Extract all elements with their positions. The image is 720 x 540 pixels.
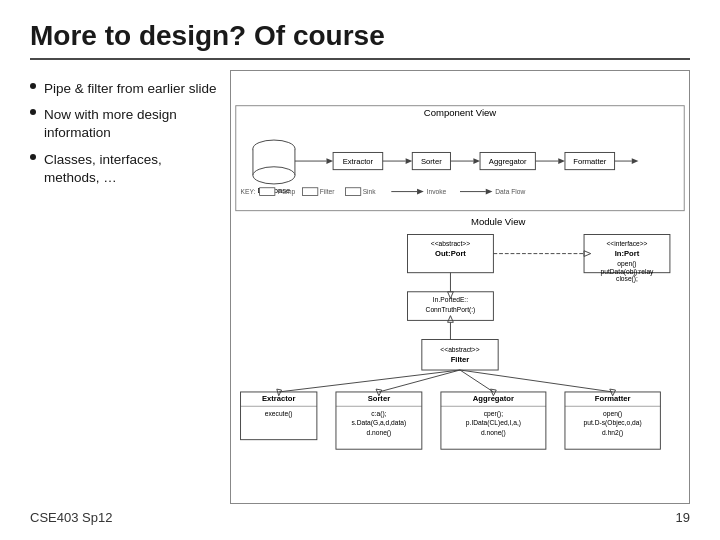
slide-content: Pipe & filter from earlier slide Now wit…	[30, 70, 690, 504]
svg-marker-21	[558, 158, 565, 164]
svg-point-6	[253, 167, 295, 184]
svg-marker-17	[473, 158, 480, 164]
svg-marker-9	[326, 158, 333, 164]
svg-rect-27	[260, 188, 275, 196]
bullet-text-2: Now with more design information	[44, 106, 220, 142]
svg-text:put.D-s(Objec,o,da): put.D-s(Objec,o,da)	[584, 419, 642, 427]
svg-text:Formatter: Formatter	[573, 157, 607, 166]
svg-rect-31	[346, 188, 361, 196]
svg-marker-25	[632, 158, 639, 164]
bullet-item-3: Classes, interfaces, methods, …	[30, 151, 220, 187]
svg-line-87	[460, 370, 493, 392]
svg-text:In:Port: In:Port	[615, 249, 640, 258]
bullet-text-3: Classes, interfaces, methods, …	[44, 151, 220, 187]
footer-left: CSE403 Sp12	[30, 510, 112, 525]
svg-line-83	[279, 370, 460, 392]
svg-text:KEY:: KEY:	[241, 188, 256, 195]
svg-text:Module View: Module View	[471, 216, 526, 227]
svg-text:Filter: Filter	[320, 188, 336, 195]
svg-marker-37	[486, 189, 493, 195]
svg-text:Filter: Filter	[451, 355, 470, 364]
svg-text:<<abstract>>: <<abstract>>	[440, 346, 479, 353]
svg-text:d.hn2(): d.hn2()	[602, 429, 623, 437]
svg-text:Aggregator: Aggregator	[489, 157, 527, 166]
svg-marker-34	[417, 189, 424, 195]
svg-text:d.none(): d.none()	[366, 429, 391, 437]
bullet-item-1: Pipe & filter from earlier slide	[30, 80, 220, 98]
slide-container: More to design? Of course Pipe & filter …	[0, 0, 720, 540]
svg-text:d.none(): d.none()	[481, 429, 506, 437]
bullet-text-1: Pipe & filter from earlier slide	[44, 80, 217, 98]
bullet-item-2: Now with more design information	[30, 106, 220, 142]
svg-text:Data Flow: Data Flow	[495, 188, 525, 195]
svg-text:close();: close();	[616, 275, 638, 283]
svg-line-85	[379, 370, 460, 392]
svg-text:Invoke: Invoke	[427, 188, 447, 195]
svg-text:open(): open()	[603, 410, 622, 418]
footer-right: 19	[676, 510, 690, 525]
svg-text:c:a();: c:a();	[371, 410, 386, 418]
slide-title: More to design? Of course	[30, 20, 690, 52]
svg-text:execute(): execute()	[265, 410, 293, 418]
svg-text:Sink: Sink	[363, 188, 377, 195]
svg-text:<<abstract>>: <<abstract>>	[431, 240, 470, 247]
diagram-section: Component View Database Extractor	[230, 70, 690, 504]
svg-text:cper();: cper();	[484, 410, 503, 418]
svg-text:<<interface>>: <<interface>>	[606, 240, 647, 247]
svg-text:Component View: Component View	[424, 107, 497, 118]
svg-line-89	[460, 370, 613, 392]
svg-text:Extractor: Extractor	[343, 157, 374, 166]
svg-text:Pump: Pump	[278, 188, 296, 196]
diagram-svg: Component View Database Extractor	[231, 71, 689, 503]
svg-text:Sorter: Sorter	[421, 157, 442, 166]
svg-text:ConnTruthPort(:): ConnTruthPort(:)	[426, 306, 476, 314]
svg-text:s.Data(G,a,d,data): s.Data(G,a,d,data)	[352, 419, 407, 427]
svg-text:Out:Port: Out:Port	[435, 249, 466, 258]
bullet-dot-1	[30, 83, 36, 89]
bullet-dot-3	[30, 154, 36, 160]
svg-marker-13	[406, 158, 413, 164]
title-underline	[30, 58, 690, 60]
svg-text:p.IData(CL)ed,I,a,): p.IData(CL)ed,I,a,)	[466, 419, 521, 427]
bullet-dot-2	[30, 109, 36, 115]
svg-rect-29	[303, 188, 318, 196]
slide-footer: CSE403 Sp12 19	[30, 504, 690, 525]
bullet-section: Pipe & filter from earlier slide Now wit…	[30, 70, 220, 504]
